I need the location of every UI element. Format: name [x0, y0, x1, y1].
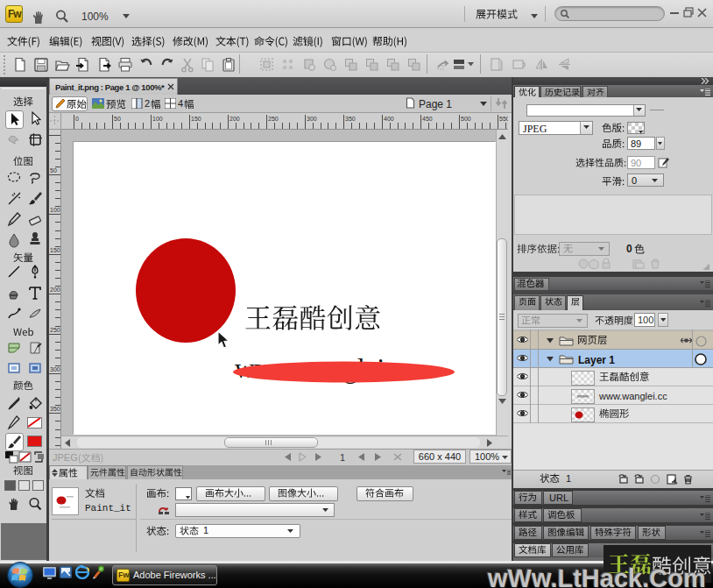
svg-text:1: 1 [340, 452, 345, 463]
